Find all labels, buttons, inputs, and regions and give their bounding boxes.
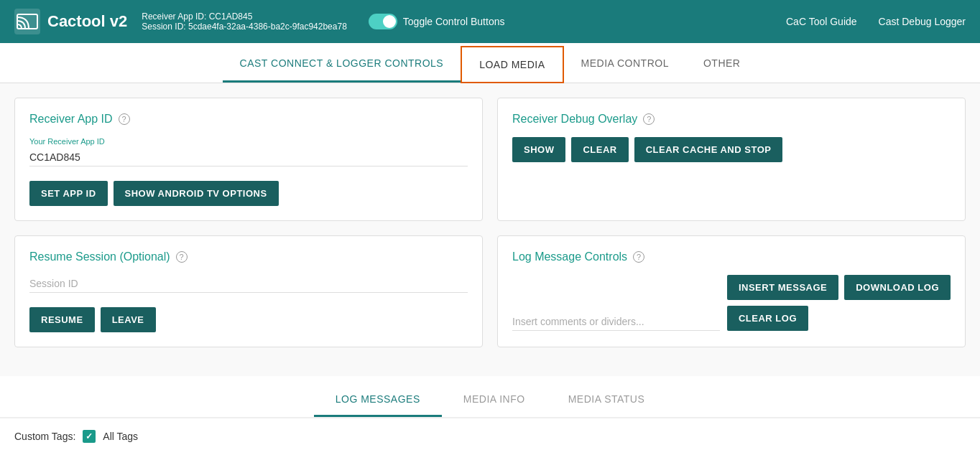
receiver-app-id-card: Receiver App ID ? Your Receiver App ID S… [14, 98, 483, 221]
log-message-controls-card: Log Message Controls ? INSERT MESSAGE DO… [497, 235, 966, 347]
log-buttons-row2: CLEAR LOG [727, 306, 951, 331]
log-buttons: INSERT MESSAGE DOWNLOAD LOG CLEAR LOG [727, 275, 951, 331]
toggle-label: Toggle Control Buttons [403, 16, 505, 27]
tab-load-media[interactable]: LOAD MEDIA [461, 46, 563, 83]
main-content: Receiver App ID ? Your Receiver App ID S… [0, 83, 980, 376]
receiver-debug-overlay-buttons: SHOW CLEAR CLEAR CACHE AND STOP [512, 137, 951, 162]
bottom-tabs: LOG MESSAGES MEDIA INFO MEDIA STATUS [0, 376, 980, 418]
toggle-switch[interactable] [369, 14, 397, 29]
receiver-app-id-input[interactable] [29, 149, 468, 167]
receiver-debug-overlay-help-icon[interactable]: ? [643, 113, 655, 125]
tab-media-status[interactable]: MEDIA STATUS [547, 383, 667, 417]
header-info: Receiver App ID: CC1AD845 Session ID: 5c… [142, 11, 347, 32]
clear-log-button[interactable]: CLEAR LOG [727, 306, 808, 331]
session-id-info: Session ID: 5cdae4fa-32aa-4386-ba2c-9fac… [142, 22, 347, 32]
receiver-debug-overlay-title: Receiver Debug Overlay ? [512, 113, 951, 126]
log-buttons-row1: INSERT MESSAGE DOWNLOAD LOG [727, 275, 951, 300]
tab-other[interactable]: OTHER [686, 46, 758, 83]
clear-cache-and-stop-button[interactable]: CLEAR CACHE AND STOP [634, 137, 783, 162]
session-id-input-wrapper [29, 275, 468, 299]
resume-session-help-icon[interactable]: ? [176, 251, 188, 263]
all-tags-checkbox[interactable] [83, 430, 96, 443]
receiver-app-id-info: Receiver App ID: CC1AD845 [142, 11, 347, 22]
leave-button[interactable]: LEAVE [101, 307, 156, 332]
show-button[interactable]: SHOW [512, 137, 565, 162]
toggle-section[interactable]: Toggle Control Buttons [369, 14, 505, 29]
custom-tags-section: Custom Tags: All Tags [0, 418, 980, 450]
log-message-controls-title: Log Message Controls ? [512, 250, 951, 263]
header: Cactool v2 Receiver App ID: CC1AD845 Ses… [0, 0, 980, 43]
cac-tool-guide-link[interactable]: CaC Tool Guide [786, 16, 857, 27]
cards-grid: Receiver App ID ? Your Receiver App ID S… [14, 98, 966, 347]
tab-media-control[interactable]: MEDIA CONTROL [564, 46, 686, 83]
resume-button[interactable]: RESUME [29, 307, 95, 332]
custom-tags-label: Custom Tags: [14, 431, 75, 442]
download-log-button[interactable]: DOWNLOAD LOG [844, 275, 951, 300]
receiver-app-id-buttons: SET APP ID SHOW ANDROID TV OPTIONS [29, 181, 468, 206]
log-message-help-icon[interactable]: ? [633, 251, 644, 263]
clear-button[interactable]: CLEAR [571, 137, 628, 162]
tab-media-info[interactable]: MEDIA INFO [442, 383, 547, 417]
comment-input[interactable] [512, 313, 720, 331]
receiver-app-id-help-icon[interactable]: ? [119, 113, 130, 125]
cast-icon [14, 9, 40, 34]
receiver-app-id-input-wrapper: Your Receiver App ID [29, 137, 468, 172]
receiver-debug-overlay-card: Receiver Debug Overlay ? SHOW CLEAR CLEA… [497, 98, 966, 221]
resume-session-title: Resume Session (Optional) ? [29, 250, 468, 263]
insert-message-button[interactable]: INSERT MESSAGE [727, 275, 838, 300]
receiver-app-id-title: Receiver App ID ? [29, 113, 468, 126]
logo: Cactool v2 [14, 9, 127, 34]
logo-text: Cactool v2 [47, 12, 127, 31]
cast-debug-logger-link[interactable]: Cast Debug Logger [879, 16, 966, 27]
receiver-app-id-input-label: Your Receiver App ID [29, 137, 468, 146]
log-input-row: INSERT MESSAGE DOWNLOAD LOG CLEAR LOG [512, 275, 951, 331]
header-nav: CaC Tool Guide Cast Debug Logger [786, 16, 966, 27]
set-app-id-button[interactable]: SET APP ID [29, 181, 108, 206]
show-android-tv-button[interactable]: SHOW ANDROID TV OPTIONS [114, 181, 279, 206]
comment-input-wrapper [512, 313, 720, 331]
main-tabs: CAST CONNECT & LOGGER CONTROLS LOAD MEDI… [0, 43, 980, 83]
session-id-input[interactable] [29, 275, 468, 293]
resume-session-card: Resume Session (Optional) ? RESUME LEAVE [14, 235, 483, 347]
resume-session-buttons: RESUME LEAVE [29, 307, 468, 332]
all-tags-label: All Tags [103, 431, 138, 442]
tab-log-messages[interactable]: LOG MESSAGES [314, 383, 442, 417]
tab-cast-connect[interactable]: CAST CONNECT & LOGGER CONTROLS [223, 46, 461, 83]
